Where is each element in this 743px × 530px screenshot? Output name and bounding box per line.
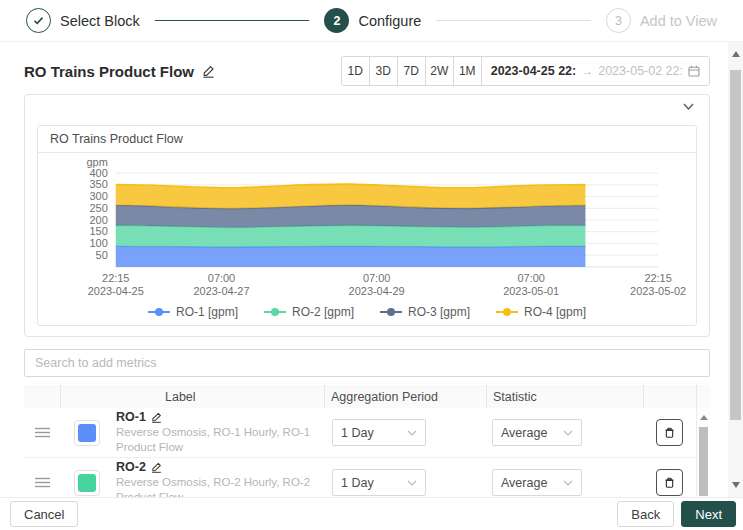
- drag-handle[interactable]: [24, 427, 60, 438]
- step-label: Add to View: [640, 13, 717, 29]
- title-row: RO Trains Product Flow 1D 3D 7D 2W 1M 20…: [24, 48, 710, 94]
- svg-text:100: 100: [90, 237, 108, 249]
- svg-text:300: 300: [90, 190, 108, 202]
- svg-text:2023-04-25: 2023-04-25: [88, 285, 144, 297]
- legend-item-ro3[interactable]: RO-3 [gpm]: [380, 305, 470, 319]
- chart-preview-panel: RO Trains Product Flow 50100150200250300…: [24, 94, 710, 337]
- search-input[interactable]: [35, 356, 699, 370]
- legend-marker: [148, 308, 170, 317]
- label-cell: RO-2 Reverse Osmosis, RO-2 Hourly, RO-2 …: [110, 460, 324, 497]
- aggregation-column-header: Aggregation Period: [324, 385, 486, 408]
- svg-text:22:15: 22:15: [102, 272, 129, 284]
- range-button-7d[interactable]: 7D: [398, 57, 426, 85]
- actions-column-header: [643, 385, 696, 408]
- color-swatch-button[interactable]: [74, 420, 100, 446]
- calendar-icon: [688, 65, 700, 77]
- configure-content: RO Trains Product Flow 1D 3D 7D 2W 1M 20…: [0, 42, 728, 497]
- range-button-1d[interactable]: 1D: [342, 57, 370, 85]
- statistic-select[interactable]: Average: [492, 419, 582, 446]
- legend-label: RO-1 [gpm]: [176, 305, 238, 319]
- edit-metric-icon[interactable]: [151, 462, 162, 473]
- range-button-3d[interactable]: 3D: [370, 57, 398, 85]
- drag-handle[interactable]: [24, 477, 60, 488]
- legend-item-ro1[interactable]: RO-1 [gpm]: [148, 305, 238, 319]
- actions-cell: [643, 419, 696, 446]
- statistic-select[interactable]: Average: [492, 469, 582, 496]
- step-number: 2: [324, 8, 349, 33]
- metric-name: RO-2: [116, 460, 146, 474]
- svg-text:2023-05-02: 2023-05-02: [630, 285, 686, 297]
- step-label: Select Block: [60, 13, 140, 29]
- step-configure[interactable]: 2 Configure: [324, 8, 421, 33]
- metric-color: [78, 424, 96, 442]
- legend-item-ro2[interactable]: RO-2 [gpm]: [264, 305, 354, 319]
- cancel-button[interactable]: Cancel: [10, 501, 78, 527]
- color-swatch-button[interactable]: [74, 470, 100, 496]
- delete-metric-button[interactable]: [656, 469, 683, 496]
- drag-column-header: [24, 385, 60, 408]
- legend-item-ro4[interactable]: RO-4 [gpm]: [496, 305, 586, 319]
- svg-text:250: 250: [90, 202, 108, 214]
- chevron-down-icon: [563, 430, 573, 436]
- next-button[interactable]: Next: [681, 501, 736, 527]
- page-scrollbar[interactable]: [728, 42, 743, 497]
- aggregation-period-select[interactable]: 1 Day: [332, 469, 426, 496]
- svg-text:350: 350: [90, 178, 108, 190]
- scroll-up-arrow-icon[interactable]: [732, 51, 740, 57]
- step-number: 3: [606, 8, 631, 33]
- metric-search-box: [24, 349, 710, 377]
- statistic-cell: Average: [486, 419, 643, 446]
- metric-description: Reverse Osmosis, RO-1 Hourly, RO-1 Produ…: [116, 425, 318, 454]
- svg-text:gpm: gpm: [86, 156, 107, 168]
- selected-value: Average: [501, 426, 547, 440]
- step-add-to-view[interactable]: 3 Add to View: [606, 8, 717, 33]
- selected-value: Average: [501, 476, 547, 490]
- arrow-right-icon: →: [581, 64, 593, 78]
- stepper-connector: [155, 20, 310, 21]
- range-button-1m[interactable]: 1M: [454, 57, 482, 85]
- color-column-header: [60, 385, 110, 408]
- chart-card: RO Trains Product Flow 50100150200250300…: [37, 125, 697, 326]
- label-column-header: Label: [110, 385, 324, 408]
- legend-label: RO-4 [gpm]: [524, 305, 586, 319]
- statistic-cell: Average: [486, 469, 643, 496]
- table-row: RO-2 Reverse Osmosis, RO-2 Hourly, RO-2 …: [24, 458, 710, 497]
- selected-value: 1 Day: [341, 426, 374, 440]
- step-select-block[interactable]: Select Block: [26, 8, 140, 33]
- wizard-stepper: Select Block 2 Configure 3 Add to View: [0, 0, 743, 42]
- label-cell: RO-1 Reverse Osmosis, RO-1 Hourly, RO-1 …: [110, 410, 324, 454]
- range-button-2w[interactable]: 2W: [426, 57, 454, 85]
- scrollbar-thumb[interactable]: [730, 70, 741, 420]
- stacked-area-chart: 50100150200250300350400gpm22:152023-04-2…: [38, 153, 696, 299]
- delete-metric-button[interactable]: [656, 419, 683, 446]
- legend-label: RO-3 [gpm]: [408, 305, 470, 319]
- stepper-connector: [436, 20, 591, 21]
- edit-metric-icon[interactable]: [151, 412, 162, 423]
- back-button[interactable]: Back: [617, 501, 674, 527]
- chevron-down-icon: [407, 480, 417, 486]
- edit-title-icon[interactable]: [202, 65, 215, 78]
- legend-label: RO-2 [gpm]: [292, 305, 354, 319]
- metric-name: RO-1: [116, 410, 146, 424]
- scrollbar-thumb[interactable]: [699, 427, 708, 496]
- collapse-panel-chevron-down-icon[interactable]: [682, 102, 695, 111]
- date-range-start[interactable]: 2023-04-25 22:: [491, 64, 576, 78]
- scrollbar-column-header: [696, 385, 710, 408]
- color-cell: [60, 470, 110, 496]
- svg-text:2023-04-27: 2023-04-27: [194, 285, 250, 297]
- legend-marker: [380, 308, 402, 317]
- table-header: Label Aggregation Period Statistic: [24, 385, 710, 408]
- table-row: RO-1 Reverse Osmosis, RO-1 Hourly, RO-1 …: [24, 408, 710, 458]
- date-range-end[interactable]: 2023-05-02 22:: [598, 64, 683, 78]
- aggregation-period-select[interactable]: 1 Day: [332, 419, 426, 446]
- svg-text:400: 400: [90, 167, 108, 179]
- selected-value: 1 Day: [341, 476, 374, 490]
- date-range-picker[interactable]: 2023-04-25 22: → 2023-05-02 22:: [482, 57, 709, 85]
- page-title: RO Trains Product Flow: [24, 63, 215, 80]
- scroll-up-arrow-icon[interactable]: [700, 415, 708, 420]
- legend-marker: [264, 308, 286, 317]
- table-scrollbar[interactable]: [696, 408, 710, 497]
- trash-icon: [663, 476, 676, 489]
- scroll-down-arrow-icon[interactable]: [732, 482, 740, 488]
- metrics-table: Label Aggregation Period Statistic RO-1: [24, 385, 710, 497]
